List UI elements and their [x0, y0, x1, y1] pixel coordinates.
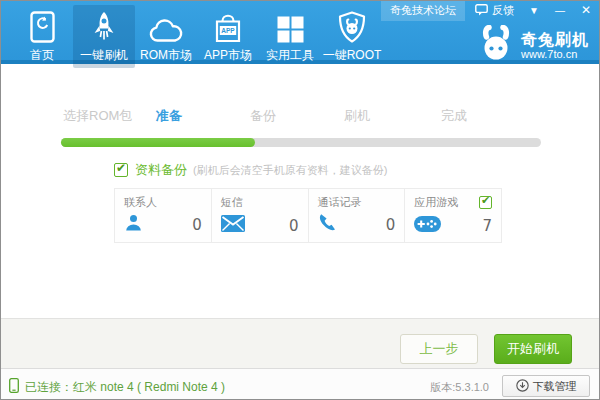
sms-icon	[221, 215, 245, 236]
start-flash-button[interactable]: 开始刷机	[494, 334, 572, 364]
flash-steps: 选择ROM包 准备 备份 刷机 完成	[1, 107, 600, 127]
backup-items-table: 联系人 0 短信 0 通话记录 0 应用游戏	[114, 188, 502, 243]
backup-col-sms: 短信 0	[212, 189, 309, 242]
nav-label: ROM市场	[140, 47, 192, 64]
feedback-button[interactable]: 反馈	[471, 3, 518, 18]
grid-icon	[277, 10, 304, 43]
backup-checkbox-label[interactable]: 资料备份	[135, 161, 187, 179]
nav-label: 实用工具	[266, 47, 314, 64]
status-bar: 已连接：红米 note 4 ( Redmi Note 4 ) 版本:5.3.1.…	[1, 368, 599, 400]
games-icon	[414, 216, 441, 236]
step-select-rom: 选择ROM包	[63, 107, 132, 125]
nav-item-tools[interactable]: 实用工具	[259, 5, 321, 68]
games-count: 7	[482, 217, 492, 235]
connection-text: 已连接：红米 note 4 ( Redmi Note 4 )	[25, 379, 225, 396]
step-prepare: 准备	[156, 107, 182, 125]
backup-checkbox[interactable]	[114, 163, 128, 177]
menu-chevron-button[interactable]: ▼	[524, 2, 544, 19]
col-label: 应用游戏	[414, 195, 458, 210]
call-log-count: 0	[386, 216, 396, 234]
brand-logo: 奇兔刷机 www.7to.cn	[478, 25, 589, 65]
brand-url: www.7to.cn	[521, 48, 589, 60]
nav-item-one-key-flash[interactable]: 一键刷机	[73, 5, 135, 68]
app-window: 奇兔技术论坛 反馈 ▼ — ✕ 首页 一键刷机 ROM市场	[0, 0, 600, 400]
download-manager-label: 下载管理	[533, 379, 577, 394]
contacts-icon	[124, 213, 143, 236]
feedback-label: 反馈	[492, 3, 514, 18]
backup-col-games: 应用游戏 7	[405, 189, 501, 242]
nav-item-rom-market[interactable]: ROM市场	[135, 5, 197, 68]
titlebar: 奇兔技术论坛 反馈 ▼ — ✕	[381, 1, 596, 20]
download-manager-button[interactable]: 下载管理	[502, 375, 590, 397]
nav-item-home[interactable]: 首页	[11, 5, 73, 68]
games-checkbox[interactable]	[479, 196, 492, 209]
backup-note: (刷机后会清空手机原有资料，建议备份)	[193, 163, 387, 178]
contacts-count: 0	[192, 216, 202, 234]
nav-item-one-key-root[interactable]: 一键ROOT	[321, 5, 383, 68]
svg-text:APP: APP	[221, 27, 235, 34]
home-phone-refresh-icon	[30, 10, 55, 43]
speech-bubble-icon	[475, 4, 488, 18]
brand-name: 奇兔刷机	[521, 31, 589, 48]
backup-col-contacts: 联系人 0	[115, 189, 212, 242]
version-label: 版本:5.3.1.0	[430, 380, 489, 395]
step-backup: 备份	[250, 107, 276, 125]
col-label: 联系人	[124, 195, 157, 210]
download-icon	[516, 379, 529, 394]
rocket-icon	[91, 10, 117, 43]
col-label: 短信	[221, 195, 243, 210]
footer-action-bar: 上一步 开始刷机	[1, 318, 599, 368]
connection-status: 已连接：红米 note 4 ( Redmi Note 4 )	[9, 378, 225, 396]
minimize-button[interactable]: —	[550, 2, 570, 19]
rabbit-logo-icon	[478, 25, 514, 65]
progress-fill	[61, 138, 255, 147]
call-log-icon	[318, 213, 337, 236]
sms-count: 0	[289, 217, 299, 235]
step-flash: 刷机	[344, 107, 370, 125]
close-button[interactable]: ✕	[576, 2, 596, 19]
nav-label: 首页	[30, 47, 54, 64]
shield-rabbit-icon	[337, 10, 367, 43]
progress-bar	[61, 138, 541, 147]
nav-item-app-market[interactable]: APP APP市场	[197, 5, 259, 68]
app-bag-icon: APP	[213, 10, 243, 43]
col-label: 通话记录	[318, 195, 362, 210]
nav-label: APP市场	[204, 47, 252, 64]
step-finish: 完成	[441, 107, 467, 125]
cloud-icon	[149, 10, 183, 43]
main-nav: 首页 一键刷机 ROM市场 APP APP市场 实用工具	[11, 5, 383, 68]
backup-col-call-log: 通话记录 0	[309, 189, 406, 242]
forum-link[interactable]: 奇兔技术论坛	[381, 1, 465, 21]
previous-step-button[interactable]: 上一步	[400, 334, 478, 364]
backup-option-row: 资料备份 (刷机后会清空手机原有资料，建议备份)	[114, 161, 387, 179]
nav-label: 一键刷机	[80, 47, 128, 64]
nav-label: 一键ROOT	[323, 47, 382, 64]
connected-phone-icon	[9, 378, 19, 396]
